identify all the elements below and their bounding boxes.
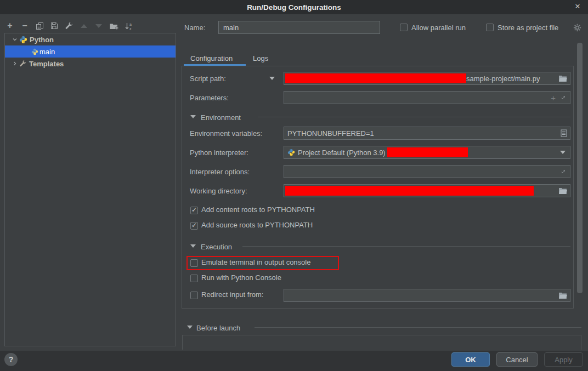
cancel-button[interactable]: Cancel [496, 352, 538, 367]
add-macro-icon[interactable]: + [551, 93, 556, 102]
title-bar: Run/Debug Configurations × [0, 0, 588, 14]
section-divider [242, 246, 570, 247]
redirect-input-label: Redirect input from: [201, 290, 263, 299]
tab-logs[interactable]: Logs [253, 52, 268, 65]
settings-gear-button[interactable] [573, 24, 581, 32]
sort-button[interactable]: az [123, 20, 134, 31]
help-icon: ? [9, 355, 14, 364]
edit-templates-button[interactable] [64, 20, 75, 31]
tree-item-label: Templates [29, 60, 64, 68]
run-with-python-console-checkbox[interactable] [190, 275, 198, 282]
python-interpreter-label: Python interpreter: [190, 146, 248, 159]
tab-configuration[interactable]: Configuration [190, 52, 233, 65]
run-with-python-console-label: Run with Python Console [201, 273, 281, 282]
close-button[interactable]: × [572, 1, 584, 13]
tree-item-main[interactable]: main [5, 45, 176, 58]
working-directory-label: Working directory: [190, 184, 247, 197]
tab-label: Configuration [190, 54, 233, 62]
allow-parallel-run-checkbox[interactable] [400, 24, 408, 31]
copy-icon [36, 22, 44, 30]
store-as-project-file-checkbox[interactable] [486, 24, 494, 31]
chevron-down-icon [560, 151, 566, 154]
chevron-right-icon[interactable] [10, 61, 19, 66]
name-input[interactable] [218, 21, 380, 34]
configurations-tree: Python main Templates [4, 33, 176, 346]
parameters-input[interactable]: + [284, 91, 570, 104]
python-interpreter-value: Project Default (Python 3.9) [298, 149, 386, 157]
python-icon [31, 48, 38, 55]
before-launch-section-label[interactable]: Before launch [196, 321, 240, 334]
environment-section-collapse-icon[interactable] [190, 115, 196, 118]
before-launch-panel [182, 335, 581, 350]
python-interpreter-select[interactable]: Project Default (Python 3.9) [284, 146, 570, 159]
execution-section-label[interactable]: Execution [201, 240, 232, 253]
redacted-region [387, 147, 468, 157]
browse-folder-button[interactable] [558, 292, 567, 299]
redirect-input-checkbox[interactable] [190, 292, 198, 299]
move-up-button[interactable] [78, 20, 89, 31]
wrench-icon [65, 21, 74, 30]
save-button[interactable] [49, 20, 60, 31]
tree-item-label: main [39, 48, 55, 56]
tree-item-templates[interactable]: Templates [5, 58, 176, 70]
emulate-terminal-checkbox[interactable] [190, 259, 198, 267]
expand-icon[interactable] [560, 94, 567, 101]
scrollbar-thumb[interactable] [577, 43, 583, 293]
before-launch-collapse-icon[interactable] [187, 326, 193, 329]
script-path-visible-text: sample-project/main.py [466, 75, 540, 83]
list-icon [561, 129, 567, 137]
wrench-icon [19, 60, 27, 67]
chevron-down-icon[interactable] [10, 37, 19, 42]
redacted-region [285, 186, 534, 196]
apply-button[interactable]: Apply [544, 352, 583, 367]
emulate-terminal-label: Emulate terminal in output console [201, 258, 310, 266]
new-folder-button[interactable] [108, 20, 119, 31]
help-button[interactable]: ? [4, 353, 18, 366]
section-divider [255, 327, 581, 328]
add-content-roots-checkbox[interactable] [190, 207, 198, 214]
gear-icon [573, 24, 581, 32]
parameters-label: Parameters: [190, 91, 229, 104]
browse-folder-button[interactable] [558, 75, 567, 82]
up-arrow-icon [81, 24, 87, 28]
interpreter-options-input[interactable] [284, 165, 570, 178]
expand-icon[interactable] [560, 168, 567, 175]
environment-variables-label: Environment variables: [190, 127, 262, 140]
save-icon [50, 22, 58, 30]
allow-parallel-run-label: Allow parallel run [411, 21, 466, 34]
move-down-button[interactable] [93, 20, 104, 31]
tree-item-label: Python [30, 36, 54, 44]
working-directory-input[interactable] [284, 184, 570, 197]
script-path-label: Script path: [190, 72, 226, 85]
configurations-toolbar: + − az [4, 20, 134, 32]
edit-variables-button[interactable] [561, 129, 567, 137]
copy-button[interactable] [34, 20, 45, 31]
folder-icon [558, 187, 567, 195]
ok-button[interactable]: OK [451, 352, 490, 367]
browse-folder-button[interactable] [558, 187, 567, 195]
script-path-dropdown-icon[interactable] [269, 77, 275, 80]
script-path-input[interactable]: sample-project/main.py [284, 72, 570, 85]
folder-icon [558, 292, 567, 299]
sort-alphabetically-icon: az [125, 22, 133, 30]
python-icon [19, 36, 27, 44]
environment-section-label[interactable]: Environment [201, 111, 241, 124]
down-arrow-icon [95, 24, 102, 28]
add-source-roots-checkbox[interactable] [190, 222, 198, 230]
remove-button[interactable]: − [19, 20, 30, 31]
redacted-region [285, 73, 466, 83]
plus-icon: + [7, 21, 12, 30]
interpreter-options-label: Interpreter options: [190, 165, 250, 178]
add-source-roots-label: Add source roots to PYTHONPATH [201, 221, 313, 229]
environment-variables-input[interactable]: PYTHONUNBUFFERED=1 [284, 127, 570, 140]
store-as-project-file-label: Store as project file [497, 21, 558, 34]
run-debug-configurations-dialog: Run/Debug Configurations × + − az [0, 0, 588, 371]
close-icon: × [575, 1, 580, 12]
name-label: Name: [184, 21, 205, 34]
execution-section-collapse-icon[interactable] [190, 244, 196, 248]
redirect-input-field[interactable] [284, 289, 570, 302]
add-button[interactable]: + [4, 20, 15, 31]
section-divider [258, 117, 570, 117]
svg-text:a: a [129, 22, 132, 26]
tree-item-python[interactable]: Python [5, 33, 176, 45]
